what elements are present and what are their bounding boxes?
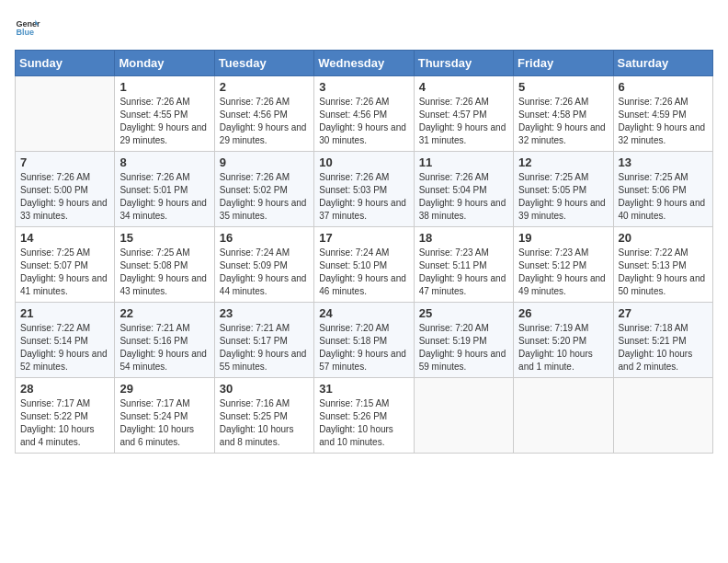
cell-info: Sunrise: 7:24 AMSunset: 5:10 PMDaylight:… bbox=[319, 247, 408, 298]
calendar-cell: 22 Sunrise: 7:21 AMSunset: 5:16 PMDaylig… bbox=[115, 303, 214, 378]
logo-icon: General Blue bbox=[15, 15, 40, 40]
day-number: 29 bbox=[119, 382, 209, 396]
day-number: 10 bbox=[319, 155, 408, 169]
cell-info: Sunrise: 7:20 AMSunset: 5:19 PMDaylight:… bbox=[419, 322, 508, 373]
weekday-header: Wednesday bbox=[314, 51, 414, 76]
calendar-cell: 25 Sunrise: 7:20 AMSunset: 5:19 PMDaylig… bbox=[414, 303, 513, 378]
day-number: 27 bbox=[619, 306, 708, 320]
calendar-cell: 24 Sunrise: 7:20 AMSunset: 5:18 PMDaylig… bbox=[314, 303, 414, 378]
day-number: 6 bbox=[619, 80, 708, 94]
calendar-cell: 5 Sunrise: 7:26 AMSunset: 4:58 PMDayligh… bbox=[514, 76, 613, 152]
day-number: 25 bbox=[419, 306, 508, 320]
calendar-cell: 18 Sunrise: 7:23 AMSunset: 5:11 PMDaylig… bbox=[414, 227, 513, 303]
calendar-week-row: 28 Sunrise: 7:17 AMSunset: 5:22 PMDaylig… bbox=[16, 378, 713, 454]
cell-info: Sunrise: 7:23 AMSunset: 5:11 PMDaylight:… bbox=[419, 247, 508, 298]
cell-info: Sunrise: 7:20 AMSunset: 5:18 PMDaylight:… bbox=[319, 322, 408, 373]
cell-info: Sunrise: 7:21 AMSunset: 5:17 PMDaylight:… bbox=[220, 322, 309, 373]
cell-info: Sunrise: 7:26 AMSunset: 4:55 PMDaylight:… bbox=[119, 96, 209, 147]
cell-info: Sunrise: 7:25 AMSunset: 5:06 PMDaylight:… bbox=[619, 171, 708, 223]
cell-info: Sunrise: 7:26 AMSunset: 5:01 PMDaylight:… bbox=[119, 171, 209, 223]
cell-info: Sunrise: 7:25 AMSunset: 5:07 PMDaylight:… bbox=[20, 247, 109, 298]
day-number: 22 bbox=[119, 306, 209, 320]
calendar-cell: 30 Sunrise: 7:16 AMSunset: 5:25 PMDaylig… bbox=[214, 378, 313, 454]
day-number: 9 bbox=[220, 155, 309, 169]
cell-info: Sunrise: 7:26 AMSunset: 4:59 PMDaylight:… bbox=[619, 96, 708, 147]
calendar-week-row: 14 Sunrise: 7:25 AMSunset: 5:07 PMDaylig… bbox=[16, 227, 713, 303]
calendar-cell: 27 Sunrise: 7:18 AMSunset: 5:21 PMDaylig… bbox=[613, 303, 712, 378]
day-number: 13 bbox=[619, 155, 708, 169]
calendar-cell: 13 Sunrise: 7:25 AMSunset: 5:06 PMDaylig… bbox=[613, 152, 712, 227]
calendar-week-row: 1 Sunrise: 7:26 AMSunset: 4:55 PMDayligh… bbox=[16, 76, 713, 152]
day-number: 16 bbox=[220, 231, 309, 245]
weekday-header: Thursday bbox=[414, 51, 513, 76]
calendar-cell: 21 Sunrise: 7:22 AMSunset: 5:14 PMDaylig… bbox=[16, 303, 115, 378]
calendar-cell: 20 Sunrise: 7:22 AMSunset: 5:13 PMDaylig… bbox=[613, 227, 712, 303]
day-number: 7 bbox=[20, 155, 109, 169]
logo: General Blue bbox=[15, 15, 40, 40]
calendar-cell: 26 Sunrise: 7:19 AMSunset: 5:20 PMDaylig… bbox=[514, 303, 613, 378]
cell-info: Sunrise: 7:26 AMSunset: 5:00 PMDaylight:… bbox=[20, 171, 109, 223]
cell-info: Sunrise: 7:26 AMSunset: 5:03 PMDaylight:… bbox=[319, 171, 408, 223]
day-number: 3 bbox=[319, 80, 408, 94]
day-number: 20 bbox=[619, 231, 708, 245]
calendar-cell: 9 Sunrise: 7:26 AMSunset: 5:02 PMDayligh… bbox=[214, 152, 313, 227]
day-number: 19 bbox=[518, 231, 608, 245]
day-number: 31 bbox=[319, 382, 408, 396]
cell-info: Sunrise: 7:26 AMSunset: 4:56 PMDaylight:… bbox=[319, 96, 408, 147]
calendar-cell: 2 Sunrise: 7:26 AMSunset: 4:56 PMDayligh… bbox=[214, 76, 313, 152]
calendar-week-row: 7 Sunrise: 7:26 AMSunset: 5:00 PMDayligh… bbox=[16, 152, 713, 227]
cell-info: Sunrise: 7:22 AMSunset: 5:13 PMDaylight:… bbox=[619, 247, 708, 298]
cell-info: Sunrise: 7:25 AMSunset: 5:08 PMDaylight:… bbox=[119, 247, 209, 298]
calendar-cell: 11 Sunrise: 7:26 AMSunset: 5:04 PMDaylig… bbox=[414, 152, 513, 227]
day-number: 18 bbox=[419, 231, 508, 245]
day-number: 4 bbox=[419, 80, 508, 94]
cell-info: Sunrise: 7:19 AMSunset: 5:20 PMDaylight:… bbox=[518, 322, 608, 373]
cell-info: Sunrise: 7:22 AMSunset: 5:14 PMDaylight:… bbox=[20, 322, 109, 373]
day-number: 26 bbox=[518, 306, 608, 320]
day-number: 2 bbox=[220, 80, 309, 94]
day-number: 14 bbox=[20, 231, 109, 245]
cell-info: Sunrise: 7:26 AMSunset: 4:58 PMDaylight:… bbox=[518, 96, 608, 147]
cell-info: Sunrise: 7:24 AMSunset: 5:09 PMDaylight:… bbox=[220, 247, 309, 298]
svg-text:Blue: Blue bbox=[16, 28, 34, 37]
calendar-cell: 6 Sunrise: 7:26 AMSunset: 4:59 PMDayligh… bbox=[613, 76, 712, 152]
calendar-cell: 7 Sunrise: 7:26 AMSunset: 5:00 PMDayligh… bbox=[16, 152, 115, 227]
weekday-header-row: SundayMondayTuesdayWednesdayThursdayFrid… bbox=[16, 51, 713, 76]
day-number: 28 bbox=[20, 382, 109, 396]
day-number: 23 bbox=[220, 306, 309, 320]
calendar-cell bbox=[414, 378, 513, 454]
calendar-cell bbox=[613, 378, 712, 454]
calendar-cell bbox=[514, 378, 613, 454]
cell-info: Sunrise: 7:15 AMSunset: 5:26 PMDaylight:… bbox=[319, 397, 408, 449]
calendar-cell bbox=[16, 76, 115, 152]
calendar-cell: 17 Sunrise: 7:24 AMSunset: 5:10 PMDaylig… bbox=[314, 227, 414, 303]
calendar-cell: 3 Sunrise: 7:26 AMSunset: 4:56 PMDayligh… bbox=[314, 76, 414, 152]
calendar-cell: 4 Sunrise: 7:26 AMSunset: 4:57 PMDayligh… bbox=[414, 76, 513, 152]
calendar-cell: 8 Sunrise: 7:26 AMSunset: 5:01 PMDayligh… bbox=[115, 152, 214, 227]
cell-info: Sunrise: 7:23 AMSunset: 5:12 PMDaylight:… bbox=[518, 247, 608, 298]
weekday-header: Saturday bbox=[613, 51, 712, 76]
cell-info: Sunrise: 7:18 AMSunset: 5:21 PMDaylight:… bbox=[619, 322, 708, 373]
cell-info: Sunrise: 7:17 AMSunset: 5:22 PMDaylight:… bbox=[20, 397, 109, 449]
calendar-week-row: 21 Sunrise: 7:22 AMSunset: 5:14 PMDaylig… bbox=[16, 303, 713, 378]
calendar-cell: 29 Sunrise: 7:17 AMSunset: 5:24 PMDaylig… bbox=[115, 378, 214, 454]
weekday-header: Tuesday bbox=[214, 51, 313, 76]
cell-info: Sunrise: 7:16 AMSunset: 5:25 PMDaylight:… bbox=[220, 397, 309, 449]
cell-info: Sunrise: 7:21 AMSunset: 5:16 PMDaylight:… bbox=[119, 322, 209, 373]
calendar-cell: 12 Sunrise: 7:25 AMSunset: 5:05 PMDaylig… bbox=[514, 152, 613, 227]
calendar-cell: 15 Sunrise: 7:25 AMSunset: 5:08 PMDaylig… bbox=[115, 227, 214, 303]
calendar-table: SundayMondayTuesdayWednesdayThursdayFrid… bbox=[15, 50, 713, 454]
calendar-cell: 14 Sunrise: 7:25 AMSunset: 5:07 PMDaylig… bbox=[16, 227, 115, 303]
calendar-cell: 28 Sunrise: 7:17 AMSunset: 5:22 PMDaylig… bbox=[16, 378, 115, 454]
cell-info: Sunrise: 7:26 AMSunset: 5:04 PMDaylight:… bbox=[419, 171, 508, 223]
cell-info: Sunrise: 7:25 AMSunset: 5:05 PMDaylight:… bbox=[518, 171, 608, 223]
day-number: 8 bbox=[119, 155, 209, 169]
calendar-cell: 19 Sunrise: 7:23 AMSunset: 5:12 PMDaylig… bbox=[514, 227, 613, 303]
day-number: 30 bbox=[220, 382, 309, 396]
weekday-header: Sunday bbox=[16, 51, 115, 76]
weekday-header: Monday bbox=[115, 51, 214, 76]
calendar-cell: 31 Sunrise: 7:15 AMSunset: 5:26 PMDaylig… bbox=[314, 378, 414, 454]
day-number: 11 bbox=[419, 155, 508, 169]
calendar-cell: 1 Sunrise: 7:26 AMSunset: 4:55 PMDayligh… bbox=[115, 76, 214, 152]
day-number: 21 bbox=[20, 306, 109, 320]
